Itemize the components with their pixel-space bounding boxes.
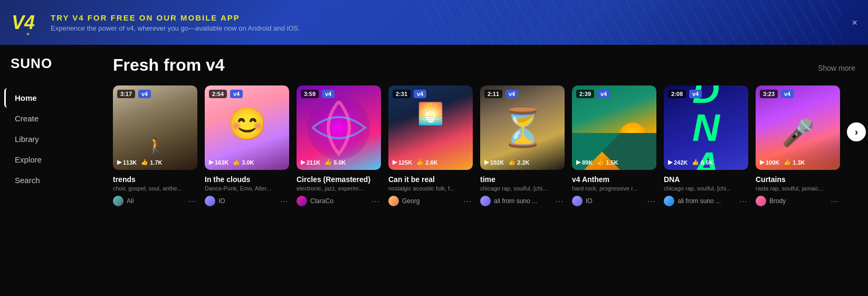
card-stats-circles: ▶ 211K 👍 5.0K	[301, 159, 377, 166]
card-title-curtains: Curtains	[756, 175, 840, 184]
avatar-io-2	[572, 196, 583, 206]
main-layout: SUNO Home Create Library Explore Search …	[0, 45, 868, 296]
author-name-ali: Ali	[127, 197, 184, 205]
svg-text:+: +	[26, 31, 30, 37]
sidebar-item-library[interactable]: Library	[4, 129, 96, 149]
card-tags-trends: choir, gospel, soul, anthe...	[113, 185, 197, 192]
banner-decoration	[419, 0, 842, 45]
card-in-the-clouds[interactable]: 😊 2:54 v4 ▶ 163K 👍 3.0K In the clouds Da…	[205, 85, 289, 206]
section-title: Fresh from v4	[113, 55, 225, 75]
more-button-clouds[interactable]: ⋯	[279, 196, 289, 206]
card-author-circles: ClaraCo ⋯	[297, 196, 381, 206]
card-v4-real: v4	[414, 90, 426, 98]
author-name-io-1: IO	[218, 197, 275, 205]
card-tags-dna: chicago rap, soulful, [chi...	[664, 185, 748, 192]
card-image-anthem: 2:39 v4 ▶ 89K 👍 1.5K	[572, 85, 656, 170]
card-image-curtains: 🎤 3:23 v4 ▶ 100K 👍 1.3K	[756, 85, 840, 170]
v4-badge: V4 +	[11, 7, 42, 39]
more-button-anthem[interactable]: ⋯	[646, 196, 656, 206]
card-image-time: ⏳ 2:11 v4 ▶ 102K 👍 2.2K	[480, 85, 565, 170]
promo-banner: V4 + TRY V4 FOR FREE ON OUR MOBILE APP E…	[0, 0, 868, 45]
card-time[interactable]: ⏳ 2:11 v4 ▶ 102K 👍 2.2K time chicago rap…	[480, 85, 565, 206]
card-time-clouds: 2:54	[209, 90, 227, 98]
sidebar-item-explore[interactable]: Explore	[4, 150, 96, 169]
card-time-real: 2:31	[393, 90, 411, 98]
card-stats-time: ▶ 102K 👍 2.2K	[484, 159, 560, 166]
card-title-anthem: v4 Anthem	[572, 175, 656, 184]
card-v4-curtains: v4	[781, 90, 794, 98]
card-tags-clouds: Dance-Punk, Emo, Alter...	[205, 185, 289, 192]
card-can-it-be-real[interactable]: 🌅 2:31 v4 ▶ 125K 👍 2.6K Can it be real n…	[388, 85, 473, 206]
card-author-curtains: Brody ⋯	[756, 196, 840, 206]
card-author-trends: Ali ⋯	[113, 196, 197, 206]
author-name-ali-suno-2: ali from suno ...	[678, 197, 735, 205]
card-image-dna: DNA 2:08 v4 ▶ 242K 👍 6.6K	[664, 85, 748, 170]
avatar-io-1	[205, 196, 215, 206]
banner-close-button[interactable]: ×	[852, 17, 857, 28]
card-image-real: 🌅 2:31 v4 ▶ 125K 👍 2.6K	[388, 85, 473, 170]
card-time-trends: 3:17	[117, 90, 135, 98]
card-image-circles: 3:59 v4 ▶ 211K 👍 5.0K	[297, 85, 381, 170]
card-tags-circles: electronic, jazz, experim...	[297, 185, 381, 192]
show-more-button[interactable]: Show more	[818, 64, 855, 72]
card-time-time: 2:11	[484, 90, 502, 98]
more-button-dna[interactable]: ⋯	[738, 196, 748, 206]
author-name-georg: Georg	[402, 197, 459, 205]
more-button-circles[interactable]: ⋯	[370, 196, 381, 206]
card-title-clouds: In the clouds	[205, 175, 289, 184]
card-tags-real: nostalgic acoustic folk, f...	[388, 185, 473, 192]
svg-text:V4: V4	[12, 12, 35, 33]
more-button-trends[interactable]: ⋯	[187, 196, 197, 206]
card-stats-dna: ▶ 242K 👍 6.6K	[668, 159, 744, 166]
sidebar-item-create[interactable]: Create	[4, 109, 96, 128]
card-author-anthem: IO ⋯	[572, 196, 656, 206]
sidebar-item-search[interactable]: Search	[4, 170, 96, 190]
svg-point-2	[307, 96, 370, 159]
card-stats-clouds: ▶ 163K 👍 3.0K	[209, 159, 285, 166]
next-arrow-button[interactable]: ›	[847, 122, 866, 141]
card-trends[interactable]: 🚶 3:17 v4 ▶ 113K 👍 1.7K trends choir, go…	[113, 85, 197, 206]
card-v4-dna: v4	[689, 90, 702, 98]
author-name-io-2: IO	[586, 197, 643, 205]
card-author-time: ali from suno ... ⋯	[480, 196, 565, 206]
card-v4-trends: v4	[138, 90, 151, 98]
card-author-clouds: IO ⋯	[205, 196, 289, 206]
dna-text: DNA	[692, 85, 720, 170]
card-image-trends: 🚶 3:17 v4 ▶ 113K 👍 1.7K	[113, 85, 197, 170]
card-dna[interactable]: DNA 2:08 v4 ▶ 242K 👍 6.6K DNA chicago ra…	[664, 85, 748, 206]
card-v4-anthem: v4	[597, 90, 610, 98]
avatar-ali	[113, 196, 123, 206]
card-stats-trends: ▶ 113K 👍 1.7K	[117, 159, 193, 166]
sidebar: SUNO Home Create Library Explore Search	[0, 45, 100, 296]
card-title-real: Can it be real	[388, 175, 473, 184]
more-button-time[interactable]: ⋯	[554, 196, 565, 206]
card-v4-anthem[interactable]: 2:39 v4 ▶ 89K 👍 1.5K v4 Anthem hard rock…	[572, 85, 656, 206]
card-v4-time: v4	[505, 90, 518, 98]
card-curtains[interactable]: 🎤 3:23 v4 ▶ 100K 👍 1.3K Curtains rasta r…	[756, 85, 840, 206]
card-v4-clouds: v4	[230, 90, 243, 98]
author-name-claraco: ClaraCo	[310, 197, 367, 205]
card-time-curtains: 3:23	[760, 90, 778, 98]
avatar-brody	[756, 196, 766, 206]
more-button-real[interactable]: ⋯	[462, 196, 473, 206]
avatar-claraco	[297, 196, 307, 206]
card-stats-real: ▶ 125K 👍 2.6K	[393, 159, 469, 166]
cards-container: 🚶 3:17 v4 ▶ 113K 👍 1.7K trends choir, go…	[113, 85, 855, 206]
card-title-trends: trends	[113, 175, 197, 184]
banner-text: TRY V4 FOR FREE ON OUR MOBILE APP Experi…	[51, 13, 300, 32]
avatar-ali-suno-2	[664, 196, 674, 206]
avatar-ali-suno-1	[480, 196, 491, 206]
more-button-curtains[interactable]: ⋯	[829, 196, 840, 206]
card-tags-time: chicago rap, soulful, [chi...	[480, 185, 565, 192]
banner-title: TRY V4 FOR FREE ON OUR MOBILE APP	[51, 13, 300, 22]
card-title-circles: Circles (Remastered)	[297, 175, 381, 184]
avatar-georg	[388, 196, 399, 206]
card-stats-anthem: ▶ 89K 👍 1.5K	[576, 159, 652, 166]
sidebar-item-home[interactable]: Home	[4, 88, 96, 108]
card-tags-curtains: rasta rap, soulful, jamaic...	[756, 185, 840, 192]
card-time-anthem: 2:39	[576, 90, 594, 98]
card-image-clouds: 😊 2:54 v4 ▶ 163K 👍 3.0K	[205, 85, 289, 170]
card-time-circles: 3:59	[301, 90, 319, 98]
card-circles[interactable]: 3:59 v4 ▶ 211K 👍 5.0K Circles (Remastere…	[297, 85, 381, 206]
card-author-real: Georg ⋯	[388, 196, 473, 206]
